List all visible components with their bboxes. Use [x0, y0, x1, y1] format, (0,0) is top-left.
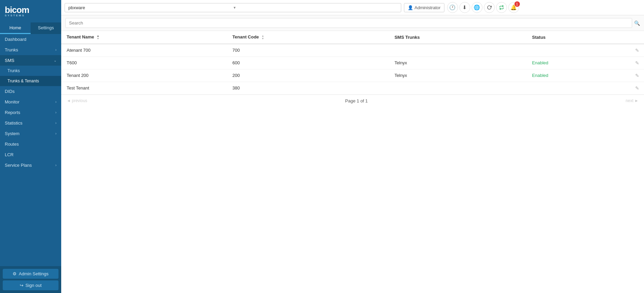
topbar: pbxware ▼ 👤 Administrator 🕐 ⬇ 🌐	[61, 0, 644, 15]
cell-tenant-code: 380	[227, 82, 389, 94]
sidebar-item-routes[interactable]: Routes	[0, 139, 61, 149]
sidebar-item-trunks[interactable]: Trunks ›	[0, 45, 61, 55]
cell-action: ✎	[630, 56, 644, 69]
cell-tenant-name: Tenant 200	[61, 69, 227, 82]
pagination: ◄ previous Page 1 of 1 next ►	[61, 95, 644, 107]
cell-sms-trunks	[389, 82, 527, 94]
sort-icons: ▲ ▼	[97, 35, 99, 40]
chevron-icon: ›	[55, 111, 56, 114]
next-page-button[interactable]: next ►	[626, 98, 639, 103]
topbar-icons: 🕐 ⬇ 🌐 🔔 1	[447, 2, 519, 13]
admin-label: Administrator	[414, 5, 441, 10]
sync-icon[interactable]	[496, 2, 507, 13]
sidebar-item-sms-trunks-tenants[interactable]: Trunks & Tenants	[0, 76, 61, 86]
cell-tenant-name: T600	[61, 56, 227, 69]
svg-text:SYSTEMS: SYSTEMS	[5, 14, 25, 17]
dropdown-arrow-icon: ▼	[233, 6, 397, 10]
chevron-icon: ⌄	[54, 59, 56, 62]
tab-home[interactable]: Home	[0, 22, 31, 34]
refresh-icon[interactable]	[484, 2, 495, 13]
cell-tenant-code: 700	[227, 44, 389, 57]
download-icon[interactable]: ⬇	[459, 2, 470, 13]
admin-badge[interactable]: 👤 Administrator	[404, 3, 444, 12]
col-actions	[630, 31, 644, 44]
sidebar-item-statistics[interactable]: Statistics ›	[0, 118, 61, 128]
page-info: Page 1 of 1	[345, 98, 368, 103]
cell-action: ✎	[630, 82, 644, 94]
admin-settings-button[interactable]: ⚙ Admin Settings	[3, 269, 58, 279]
edit-button[interactable]: ✎	[635, 60, 639, 66]
col-tenant-name[interactable]: Tenant Name ▲ ▼	[61, 31, 227, 44]
tab-settings[interactable]: Settings	[31, 22, 61, 34]
sidebar-item-reports[interactable]: Reports ›	[0, 107, 61, 118]
tenants-table: Tenant Name ▲ ▼ Tenant Code ▲ ▼ SMS T	[61, 31, 644, 95]
search-button[interactable]: 🔍	[634, 20, 640, 26]
cell-sms-trunks: Telnyx	[389, 56, 527, 69]
cell-status: Enabled	[527, 69, 630, 82]
sort-desc-icon: ▼	[261, 37, 264, 40]
cell-tenant-code: 200	[227, 69, 389, 82]
cell-tenant-name: Test Tenant	[61, 82, 227, 94]
globe-icon[interactable]: 🌐	[472, 2, 482, 13]
cell-tenant-code: 600	[227, 56, 389, 69]
notification-badge: 1	[514, 1, 520, 7]
sidebar-item-sms-trunks[interactable]: Trunks	[0, 66, 61, 76]
clock-icon[interactable]: 🕐	[447, 2, 458, 13]
col-tenant-code[interactable]: Tenant Code ▲ ▼	[227, 31, 389, 44]
edit-button[interactable]: ✎	[635, 48, 639, 53]
sidebar-item-monitor[interactable]: Monitor ›	[0, 97, 61, 107]
bottom-buttons: ⚙ Admin Settings ↪ Sign out	[0, 266, 61, 293]
bell-icon[interactable]: 🔔 1	[508, 2, 519, 13]
cell-action: ✎	[630, 44, 644, 57]
edit-button[interactable]: ✎	[635, 73, 639, 78]
user-icon: 👤	[408, 5, 413, 10]
cell-tenant-name: Atenant 700	[61, 44, 227, 57]
table-row: T600600TelnyxEnabled✎	[61, 56, 644, 69]
cell-sms-trunks: Telnyx	[389, 69, 527, 82]
previous-page-button[interactable]: ◄ previous	[67, 98, 87, 103]
chevron-icon: ›	[55, 121, 56, 125]
nav-tabs: Home Settings	[0, 22, 61, 34]
instance-label: pbxware	[68, 5, 233, 10]
search-input[interactable]	[65, 18, 632, 28]
sign-out-button[interactable]: ↪ Sign out	[3, 280, 58, 290]
cell-sms-trunks	[389, 44, 527, 57]
sidebar-item-service-plans[interactable]: Service Plans ›	[0, 160, 61, 170]
sidebar-item-dashboard[interactable]: Dashboard	[0, 34, 61, 45]
sidebar-item-dids[interactable]: DIDs	[0, 86, 61, 97]
menu: Dashboard Trunks › SMS ⌄ Trunks Trunks &…	[0, 34, 61, 266]
search-bar: 🔍	[61, 15, 644, 31]
chevron-icon: ›	[55, 100, 56, 104]
col-sms-trunks: SMS Trunks	[389, 31, 527, 44]
chevron-icon: ›	[55, 48, 56, 52]
gear-icon: ⚙	[13, 271, 17, 276]
chevron-icon: ›	[55, 163, 56, 167]
sidebar-item-lcr[interactable]: LCR	[0, 149, 61, 160]
col-status: Status	[527, 31, 630, 44]
content-area: Tenant Name ▲ ▼ Tenant Code ▲ ▼ SMS T	[61, 31, 644, 293]
sidebar: bicom SYSTEMS Home Settings Dashboard Tr…	[0, 0, 61, 293]
sidebar-item-system[interactable]: System ›	[0, 128, 61, 139]
table-row: Atenant 700700✎	[61, 44, 644, 57]
instance-dropdown[interactable]: pbxware ▼	[65, 3, 401, 12]
table-header-row: Tenant Name ▲ ▼ Tenant Code ▲ ▼ SMS T	[61, 31, 644, 44]
cell-action: ✎	[630, 69, 644, 82]
chevron-icon: ›	[55, 132, 56, 135]
cell-status	[527, 44, 630, 57]
edit-button[interactable]: ✎	[635, 85, 639, 91]
cell-status: Enabled	[527, 56, 630, 69]
logo-text: bicom SYSTEMS	[5, 4, 35, 19]
sidebar-item-sms[interactable]: SMS ⌄	[0, 55, 61, 66]
table-body: Atenant 700700✎T600600TelnyxEnabled✎Tena…	[61, 44, 644, 95]
table-row: Test Tenant380✎	[61, 82, 644, 94]
signout-icon: ↪	[20, 283, 23, 288]
sort-icons: ▲ ▼	[261, 35, 264, 40]
cell-status	[527, 82, 630, 94]
table-row: Tenant 200200TelnyxEnabled✎	[61, 69, 644, 82]
main-content: pbxware ▼ 👤 Administrator 🕐 ⬇ 🌐	[61, 0, 644, 293]
sort-desc-icon: ▼	[97, 37, 99, 40]
logo-area: bicom SYSTEMS	[0, 0, 61, 22]
svg-text:bicom: bicom	[5, 5, 29, 15]
